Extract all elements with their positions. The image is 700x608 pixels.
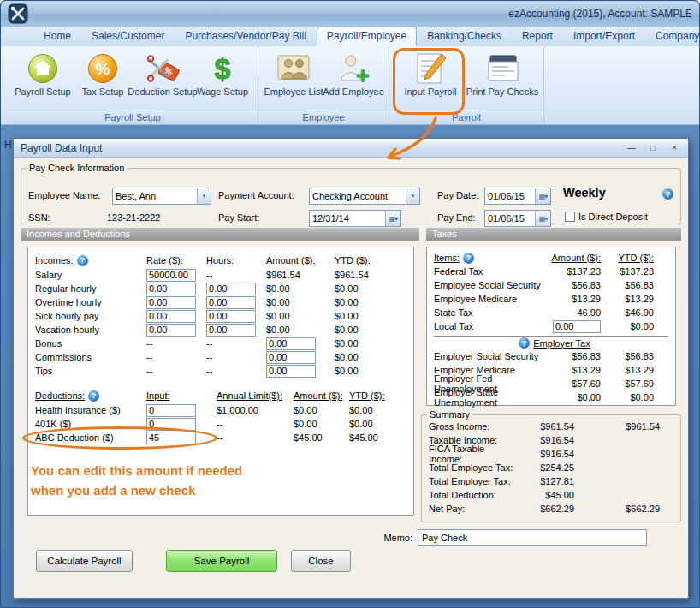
- abc-deduction-input[interactable]: [146, 432, 196, 444]
- help-icon[interactable]: ?: [662, 188, 673, 200]
- save-payroll-button[interactable]: Save Payroll: [166, 550, 277, 572]
- pay-end-picker[interactable]: 01/06/15 ▦▾: [484, 210, 551, 227]
- paycheck-info-group: Pay Check Information Employee Name: Bes…: [21, 163, 681, 224]
- income-label: Sick hourly pay: [35, 311, 146, 321]
- income-row-bonus: Bonus -- -- $0.00: [35, 337, 413, 350]
- summary-value: $127.81: [514, 476, 574, 486]
- summary-row-total-employee-tax: Total Employee Tax: $254.25: [422, 461, 680, 474]
- tips-amount-input[interactable]: [266, 365, 316, 378]
- pay-end-label: Pay End:: [437, 212, 476, 223]
- add-employee-button[interactable]: Add Employee: [323, 49, 383, 97]
- direct-deposit-checkbox[interactable]: [565, 212, 575, 222]
- tab-home[interactable]: Home: [33, 27, 81, 46]
- calendar-icon[interactable]: ▦▾: [385, 211, 400, 226]
- income-row-commissions: Commissions -- -- $0.00: [35, 350, 413, 364]
- summary-value: $254.25: [514, 462, 574, 473]
- employee-name-select[interactable]: Best, Ann ▼: [112, 188, 211, 205]
- calendar-icon[interactable]: ▦▾: [535, 188, 550, 204]
- summary-label: Net Pay:: [429, 504, 514, 514]
- pay-start-picker[interactable]: 12/31/14 ▦▾: [309, 210, 401, 227]
- dialog-titlebar[interactable]: Payroll Data Input — □ ×: [14, 139, 688, 158]
- wage-setup-button[interactable]: $ Wage Setup: [193, 49, 252, 97]
- close-button[interactable]: Close: [291, 550, 351, 572]
- tax-amount: $56.83: [549, 280, 601, 290]
- chevron-down-icon[interactable]: ▼: [406, 188, 419, 204]
- percent-icon: %: [86, 52, 119, 85]
- ribbon-group-label-payroll: Payroll: [389, 110, 543, 124]
- pay-date-value: 01/06/15: [485, 191, 535, 201]
- payroll-setup-button[interactable]: Payroll Setup: [13, 49, 73, 97]
- deduction-row-health-insurance: Health Insurance ($) $1,000.00 $0.00 $0.…: [35, 403, 413, 417]
- 401k-input[interactable]: [146, 418, 196, 431]
- deduction-ytd: $0.00: [349, 405, 413, 415]
- calculate-payroll-button[interactable]: Calculate Payroll: [36, 550, 133, 572]
- income-label: Overtime hourly: [35, 297, 146, 307]
- tab-report[interactable]: Report: [512, 27, 563, 46]
- overtime-hourly-hours-input[interactable]: [206, 296, 256, 309]
- tax-setup-button[interactable]: % Tax Setup: [73, 49, 133, 97]
- deduction-label: Health Insurance ($): [35, 405, 146, 415]
- direct-deposit-row: Is Direct Deposit: [565, 212, 648, 222]
- app-window: ezAccounting (2015), Account: SAMPLE Hom…: [0, 0, 700, 608]
- summary-label: Total Employee Tax:: [429, 462, 514, 473]
- pay-date-picker[interactable]: 01/06/15 ▦▾: [484, 188, 551, 205]
- vacation-hourly-rate-input[interactable]: [146, 324, 196, 337]
- regular-hourly-rate-input[interactable]: [146, 283, 196, 295]
- deduction-setup-button[interactable]: % Deduction Setup: [133, 49, 193, 97]
- help-icon[interactable]: ?: [463, 253, 474, 264]
- minimize-icon[interactable]: —: [625, 143, 638, 152]
- payment-account-select[interactable]: Checking Account ▼: [309, 188, 420, 205]
- health-insurance-input[interactable]: [146, 404, 196, 417]
- regular-hourly-hours-input[interactable]: [206, 283, 256, 295]
- memo-input[interactable]: [418, 529, 647, 546]
- tax-label: Employee Social Security: [434, 280, 549, 290]
- sick-hourly-hours-input[interactable]: [206, 310, 256, 323]
- local-tax-input[interactable]: [553, 320, 601, 333]
- summary-value: $916.54: [514, 435, 574, 445]
- chevron-down-icon[interactable]: ▼: [197, 188, 211, 204]
- tab-payroll-employee[interactable]: Payroll/Employee: [317, 27, 417, 46]
- help-icon[interactable]: ?: [519, 337, 530, 349]
- tax-row-employee-medicare: Employee Medicare $13.29 $13.29: [434, 292, 675, 306]
- button-label: Deduction Setup: [128, 86, 197, 97]
- tab-banking-checks[interactable]: Banking/Checks: [417, 27, 512, 46]
- employee-name-label: Employee Name:: [28, 190, 100, 200]
- pay-start-value: 12/31/14: [310, 213, 385, 224]
- sick-hourly-rate-input[interactable]: [146, 310, 196, 323]
- tab-sales-customer[interactable]: Sales/Customer: [81, 27, 175, 46]
- section-header-incomes-deductions: Incomes and Deductions: [21, 228, 419, 241]
- vacation-hourly-hours-input[interactable]: [206, 324, 256, 337]
- help-icon[interactable]: ?: [77, 255, 88, 266]
- salary-rate-input[interactable]: [146, 269, 196, 282]
- calendar-icon[interactable]: ▦▾: [535, 211, 550, 226]
- bonus-amount-input[interactable]: [266, 337, 316, 350]
- tab-purchases-vendor-pay-bill[interactable]: Purchases/Vendor/Pay Bill: [175, 27, 316, 46]
- payroll-data-input-dialog: Payroll Data Input — □ × Pay Check Infor…: [13, 138, 689, 599]
- tax-row-federal-tax: Federal Tax $137.23 $137.23: [434, 265, 675, 278]
- amount-column-header: Amount ($):: [266, 255, 335, 265]
- overtime-hourly-rate-input[interactable]: [146, 296, 196, 309]
- input-payroll-button[interactable]: Input Payroll: [394, 49, 466, 97]
- income-ytd: $961.54: [335, 270, 413, 280]
- income-ytd: $0.00: [335, 325, 413, 335]
- deduction-label: 401K ($): [35, 419, 146, 429]
- employee-name-value: Best, Ann: [113, 191, 197, 201]
- button-label: Input Payroll: [404, 86, 456, 97]
- summary-row-gross-income: Gross Income: $961.54 $961.54: [422, 420, 680, 433]
- summary-label: FICA Taxable Income:: [429, 444, 514, 464]
- summary-value: $961.54: [514, 421, 574, 432]
- tab-company[interactable]: Company: [645, 27, 700, 46]
- summary-row-total-employer-tax: Total Employer Tax: $127.81: [422, 474, 680, 488]
- maximize-icon[interactable]: □: [646, 143, 660, 152]
- commissions-amount-input[interactable]: [266, 351, 316, 364]
- tab-import-export[interactable]: Import/Export: [563, 27, 645, 46]
- pay-date-label: Pay Date:: [437, 190, 478, 200]
- help-icon[interactable]: ?: [88, 390, 99, 402]
- employee-list-button[interactable]: Employee List: [264, 49, 323, 97]
- amount-column-header: Amount ($):: [549, 253, 601, 263]
- summary-row-fica-taxable-income: FICA Taxable Income: $916.54: [422, 447, 680, 461]
- button-label: Wage Setup: [197, 86, 248, 97]
- pay-end-value: 01/06/15: [485, 213, 535, 224]
- print-pay-checks-button[interactable]: Print Pay Checks: [466, 49, 538, 97]
- close-icon[interactable]: ×: [667, 143, 681, 152]
